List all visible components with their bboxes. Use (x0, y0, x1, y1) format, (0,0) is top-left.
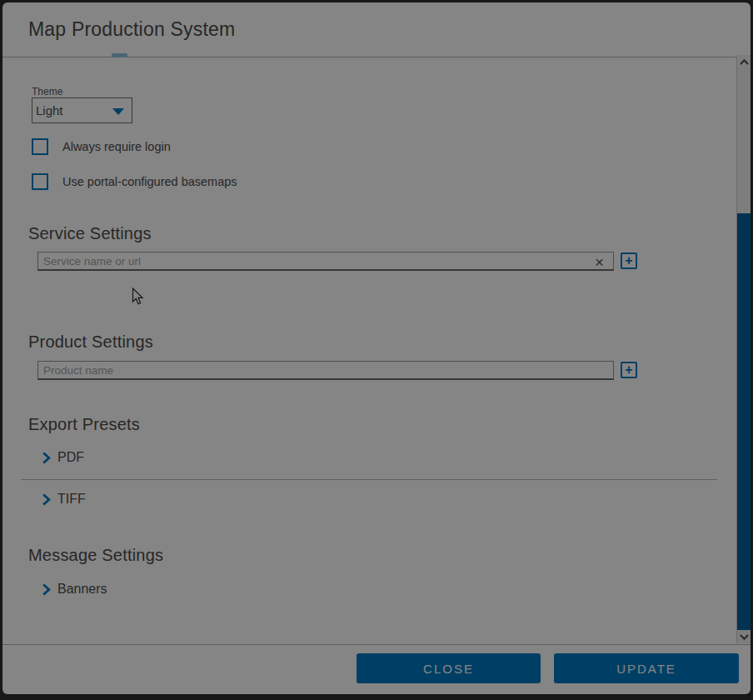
always-require-login-label: Always require login (62, 140, 171, 153)
vertical-scrollbar[interactable] (736, 55, 751, 643)
dialog-title: Map Production System (28, 18, 235, 41)
product-settings-heading: Product Settings (28, 332, 153, 352)
portal-basemaps-checkbox[interactable] (32, 173, 48, 190)
mouse-cursor (132, 288, 144, 309)
chevron-down-icon (112, 108, 124, 115)
chevron-right-icon (42, 493, 51, 506)
export-presets-heading: Export Presets (28, 415, 140, 434)
banners-label: Banners (57, 582, 107, 597)
service-settings-heading: Service Settings (28, 224, 152, 243)
chevron-right-icon (42, 452, 51, 464)
theme-selected-value: Light (36, 103, 63, 118)
export-preset-label: TIFF (57, 492, 86, 507)
product-name-input[interactable] (37, 361, 614, 380)
always-require-login-row: Always require login (32, 138, 171, 155)
export-preset-tiff-expander[interactable]: TIFF (42, 492, 86, 507)
plus-icon: + (625, 363, 632, 377)
portal-basemaps-row: Use portal-configured basemaps (32, 173, 237, 190)
export-preset-label: PDF (57, 450, 84, 465)
chevron-right-icon (42, 583, 51, 596)
clear-icon[interactable]: × (595, 254, 604, 270)
scroll-down-arrow-icon[interactable] (737, 630, 751, 643)
scrollbar-thumb[interactable] (737, 213, 751, 630)
plus-icon: + (625, 254, 632, 268)
map-production-settings-dialog: Map Production System Theme Light Always… (2, 2, 751, 694)
footer-divider (2, 644, 751, 645)
add-service-button[interactable]: + (621, 252, 637, 269)
update-button[interactable]: UPDATE (554, 653, 739, 683)
banners-expander[interactable]: Banners (42, 582, 107, 597)
message-settings-heading: Message Settings (28, 546, 163, 565)
theme-label: Theme (32, 86, 62, 98)
clipped-scrolled-element (112, 53, 127, 58)
service-name-input[interactable] (37, 252, 614, 271)
portal-basemaps-label: Use portal-configured basemaps (62, 175, 237, 188)
export-preset-pdf-expander[interactable]: PDF (42, 450, 84, 465)
scroll-up-arrow-icon[interactable] (737, 55, 751, 68)
always-require-login-checkbox[interactable] (32, 138, 48, 155)
theme-select[interactable]: Light (32, 98, 132, 123)
close-button[interactable]: CLOSE (357, 653, 541, 683)
preset-divider (21, 479, 717, 480)
add-product-button[interactable]: + (621, 362, 637, 378)
